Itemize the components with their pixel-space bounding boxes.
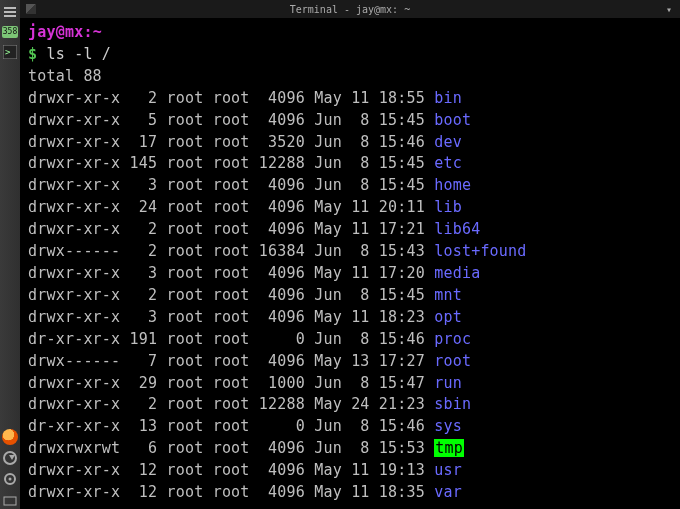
owner: root <box>166 176 203 194</box>
perm: drwxr-xr-x <box>28 483 120 501</box>
group: root <box>213 395 250 413</box>
perm: drwxr-xr-x <box>28 133 120 151</box>
filename: var <box>434 483 462 501</box>
filename: media <box>434 264 480 282</box>
command-line: $ ls -l / <box>28 44 674 66</box>
links: 17 <box>120 133 157 151</box>
filename: sys <box>434 417 462 435</box>
date: Jun 8 15:45 <box>314 111 425 129</box>
show-desktop-icon[interactable] <box>2 493 18 509</box>
perm: drwxr-xr-x <box>28 89 120 107</box>
ls-row: drwxrwxrwt 6 root root 4096 Jun 8 15:53 … <box>28 438 674 460</box>
group: root <box>213 352 250 370</box>
svg-rect-7 <box>4 497 16 505</box>
size: 4096 <box>259 352 305 370</box>
perm: drwxr-xr-x <box>28 286 120 304</box>
size: 4096 <box>259 220 305 238</box>
prompt-at: @ <box>56 23 65 41</box>
filename: proc <box>434 330 471 348</box>
links: 3 <box>120 308 157 326</box>
size: 4096 <box>259 264 305 282</box>
group: root <box>213 154 250 172</box>
panel-workspace-badge[interactable]: 358 <box>2 26 18 38</box>
filename: tmp <box>434 439 464 457</box>
size: 4096 <box>259 198 305 216</box>
prompt-host: mx <box>65 23 83 41</box>
size: 4096 <box>259 286 305 304</box>
date: May 11 17:20 <box>314 264 425 282</box>
links: 2 <box>120 286 157 304</box>
perm: drwxr-xr-x <box>28 154 120 172</box>
owner: root <box>166 483 203 501</box>
group: root <box>213 89 250 107</box>
date: Jun 8 15:45 <box>314 176 425 194</box>
window-titlebar[interactable]: Terminal - jay@mx: ~ ▾ <box>20 0 680 18</box>
prompt-line: jay@mx:~ <box>28 22 674 44</box>
group: root <box>213 264 250 282</box>
ls-row: drwxr-xr-x 2 root root 12288 May 24 21:2… <box>28 394 674 416</box>
firefox-launcher-icon[interactable] <box>2 429 18 445</box>
size: 4096 <box>259 308 305 326</box>
date: Jun 8 15:47 <box>314 374 425 392</box>
ls-row: drwxr-xr-x 17 root root 3520 Jun 8 15:46… <box>28 132 674 154</box>
filename: bin <box>434 89 462 107</box>
filename: root <box>434 352 471 370</box>
perm: dr-xr-xr-x <box>28 330 120 348</box>
date: Jun 8 15:46 <box>314 330 425 348</box>
perm: drwxr-xr-x <box>28 111 120 129</box>
svg-point-6 <box>9 478 12 481</box>
ls-row: drwxr-xr-x 2 root root 4096 May 11 18:55… <box>28 88 674 110</box>
links: 191 <box>120 330 157 348</box>
perm: dr-xr-xr-x <box>28 417 120 435</box>
group: root <box>213 242 250 260</box>
terminal-launcher-icon[interactable]: > <box>2 44 18 60</box>
panel-menu-icon[interactable] <box>2 4 18 20</box>
perm: drwxr-xr-x <box>28 308 120 326</box>
date: May 11 18:35 <box>314 483 425 501</box>
date: May 11 20:11 <box>314 198 425 216</box>
owner: root <box>166 352 203 370</box>
command-text: ls -l / <box>46 45 111 63</box>
settings-icon[interactable] <box>2 471 18 487</box>
links: 12 <box>120 483 157 501</box>
size: 1000 <box>259 374 305 392</box>
window-title: Terminal - jay@mx: ~ <box>42 4 658 15</box>
size: 16384 <box>259 242 305 260</box>
links: 7 <box>120 352 157 370</box>
power-icon[interactable] <box>3 451 17 465</box>
prompt-colon: : <box>83 23 92 41</box>
owner: root <box>166 374 203 392</box>
links: 145 <box>120 154 157 172</box>
date: May 24 21:23 <box>314 395 425 413</box>
ls-row: drwxr-xr-x 2 root root 4096 May 11 17:21… <box>28 219 674 241</box>
date: Jun 8 15:45 <box>314 154 425 172</box>
filename: boot <box>434 111 471 129</box>
filename: opt <box>434 308 462 326</box>
ls-row: drwxr-xr-x 2 root root 4096 Jun 8 15:45 … <box>28 285 674 307</box>
window-minimize-icon[interactable]: ▾ <box>664 4 674 15</box>
prompt-path: ~ <box>93 23 102 41</box>
group: root <box>213 308 250 326</box>
ls-row: drwxr-xr-x 145 root root 12288 Jun 8 15:… <box>28 153 674 175</box>
svg-rect-0 <box>4 7 16 9</box>
filename: home <box>434 176 471 194</box>
filename: lib <box>434 198 462 216</box>
owner: root <box>166 439 203 457</box>
ls-row: dr-xr-xr-x 13 root root 0 Jun 8 15:46 sy… <box>28 416 674 438</box>
owner: root <box>166 286 203 304</box>
terminal-output[interactable]: jay@mx:~$ ls -l /total 88drwxr-xr-x 2 ro… <box>20 18 680 509</box>
links: 2 <box>120 242 157 260</box>
filename: mnt <box>434 286 462 304</box>
size: 12288 <box>259 395 305 413</box>
size: 3520 <box>259 133 305 151</box>
size: 4096 <box>259 111 305 129</box>
perm: drwx------ <box>28 352 120 370</box>
owner: root <box>166 308 203 326</box>
links: 5 <box>120 111 157 129</box>
desktop-side-panel: 358 > <box>0 0 20 509</box>
group: root <box>213 220 250 238</box>
owner: root <box>166 198 203 216</box>
links: 6 <box>120 439 157 457</box>
date: Jun 8 15:53 <box>314 439 425 457</box>
links: 29 <box>120 374 157 392</box>
